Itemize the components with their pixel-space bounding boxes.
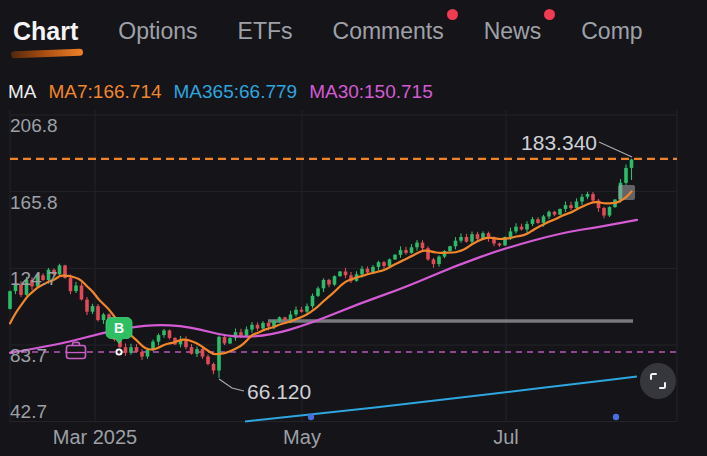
candle-body bbox=[520, 227, 524, 230]
candle-body bbox=[569, 205, 573, 208]
candle-body bbox=[459, 237, 463, 241]
candle-body bbox=[212, 364, 216, 371]
low-label-pointer bbox=[219, 379, 244, 391]
candle-body bbox=[465, 237, 469, 242]
candle-body bbox=[410, 247, 414, 253]
candle-body bbox=[245, 329, 249, 336]
candle-body bbox=[333, 276, 337, 284]
candle-body bbox=[388, 259, 392, 266]
chart-canvas[interactable]: B183.34066.120206.8165.8124.783.742.7Mar… bbox=[0, 0, 707, 456]
low-price-label: 66.120 bbox=[247, 380, 311, 403]
candle-body bbox=[448, 246, 452, 251]
candle-body bbox=[531, 219, 535, 224]
candle-body bbox=[366, 269, 370, 273]
y-axis-label: 165.8 bbox=[10, 192, 58, 213]
ma7-line bbox=[10, 192, 632, 355]
tab-news[interactable]: News bbox=[484, 18, 542, 45]
tab-comments[interactable]: Comments bbox=[333, 18, 444, 45]
candle-body bbox=[85, 300, 89, 312]
candle-body bbox=[74, 286, 78, 292]
candle-body bbox=[206, 357, 210, 365]
candle-body bbox=[514, 227, 518, 232]
candle-body bbox=[553, 212, 557, 215]
tab-chart[interactable]: Chart bbox=[13, 17, 78, 46]
candle-body bbox=[586, 194, 590, 197]
x-axis-label: Mar 2025 bbox=[53, 426, 138, 448]
candle-body bbox=[135, 347, 139, 352]
candle-body bbox=[591, 194, 595, 201]
tab-options[interactable]: Options bbox=[118, 18, 197, 45]
candle-body bbox=[278, 317, 282, 321]
candle-body bbox=[250, 325, 254, 330]
candle-body bbox=[404, 250, 408, 253]
candle-body bbox=[69, 278, 73, 291]
candle-body bbox=[327, 280, 331, 285]
candle-body bbox=[294, 310, 298, 315]
candle-body bbox=[168, 330, 172, 338]
tab-etfs[interactable]: ETFs bbox=[238, 18, 293, 45]
tab-label: Comp bbox=[581, 18, 642, 44]
candle-body bbox=[146, 350, 150, 357]
candle-body bbox=[470, 234, 474, 242]
candle-body bbox=[96, 306, 100, 320]
candle-body bbox=[509, 231, 513, 237]
tab-label: News bbox=[484, 18, 542, 44]
candle-body bbox=[129, 347, 133, 353]
stock-chart-page: B183.34066.120206.8165.8124.783.742.7Mar… bbox=[0, 0, 707, 456]
candle-body bbox=[421, 243, 425, 249]
candle-body bbox=[311, 296, 315, 306]
candle-body bbox=[228, 338, 232, 344]
candle-body bbox=[437, 257, 441, 265]
tab-label: Chart bbox=[13, 17, 78, 45]
candle-body bbox=[8, 291, 12, 309]
candle-body bbox=[382, 262, 386, 266]
candle-body bbox=[608, 207, 612, 215]
candle-body bbox=[344, 272, 348, 276]
candle-body bbox=[305, 306, 309, 312]
candle-body bbox=[261, 323, 265, 329]
candle-body bbox=[624, 168, 628, 183]
candle-body bbox=[322, 280, 326, 288]
candle-body bbox=[102, 315, 106, 321]
candle-body bbox=[432, 259, 436, 264]
candle-body bbox=[399, 250, 403, 255]
candle-body bbox=[91, 306, 95, 312]
candle-body bbox=[239, 332, 243, 336]
tab-comp[interactable]: Comp bbox=[581, 18, 642, 45]
candle-body bbox=[190, 347, 194, 354]
candle-body bbox=[267, 323, 271, 327]
active-tab-underline bbox=[11, 48, 83, 58]
notification-dot bbox=[447, 9, 458, 20]
candle-body bbox=[338, 272, 342, 277]
candle-body bbox=[630, 160, 634, 168]
candle-body bbox=[415, 243, 419, 248]
candle-body bbox=[300, 310, 304, 312]
candle-body bbox=[575, 202, 579, 209]
ma-legend-item: MA365:66.779 bbox=[174, 81, 298, 103]
ma-legend-item: MA30:150.715 bbox=[309, 81, 433, 103]
tab-label: Comments bbox=[333, 18, 444, 44]
expand-button[interactable] bbox=[640, 363, 676, 399]
x-axis-label: May bbox=[283, 426, 321, 448]
candle-body bbox=[393, 255, 397, 260]
candle-body bbox=[476, 234, 480, 239]
candle-body bbox=[201, 349, 205, 357]
event-dot[interactable] bbox=[613, 414, 619, 420]
y-axis-label: 83.7 bbox=[10, 345, 47, 366]
candle-body bbox=[256, 325, 260, 329]
y-axis-label: 206.8 bbox=[10, 115, 58, 136]
candle-body bbox=[195, 349, 199, 354]
expand-icon bbox=[648, 371, 668, 391]
event-dot[interactable] bbox=[308, 414, 314, 420]
y-axis-label: 42.7 bbox=[10, 401, 47, 422]
high-price-label: 183.340 bbox=[521, 131, 597, 154]
candle-body bbox=[360, 269, 364, 275]
candle-body bbox=[564, 205, 568, 209]
ma-legend-prefix: MA bbox=[8, 81, 37, 103]
tab-label: Options bbox=[118, 18, 197, 44]
candle-body bbox=[58, 265, 62, 274]
candle-body bbox=[602, 208, 606, 216]
candle-body bbox=[536, 219, 540, 223]
high-label-pointer bbox=[599, 142, 632, 157]
candle-body bbox=[124, 347, 128, 353]
